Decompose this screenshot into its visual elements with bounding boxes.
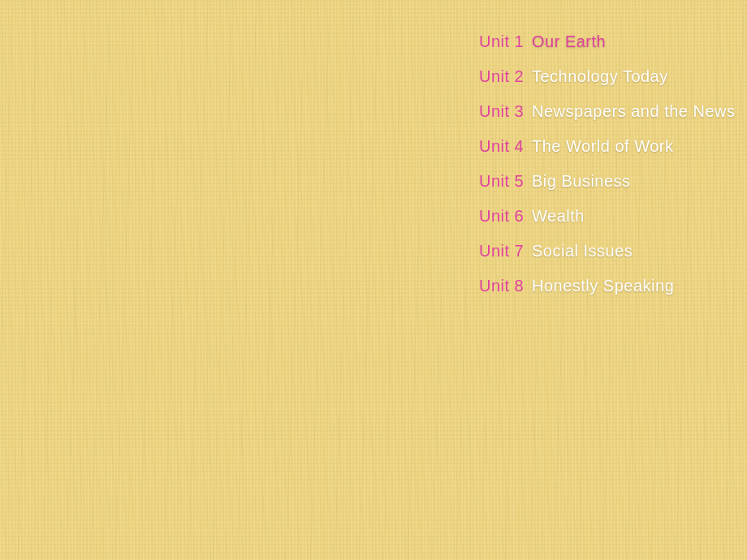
unit-title-6: Wealth: [532, 207, 585, 226]
unit-title-7: Social Issues: [532, 242, 633, 261]
unit-item-3[interactable]: Unit 3Newspapers and the News: [479, 94, 736, 129]
unit-title-5: Big Business: [532, 172, 631, 191]
unit-item-4[interactable]: Unit 4The World of Work: [479, 129, 736, 164]
unit-item-7[interactable]: Unit 7Social Issues: [479, 234, 736, 269]
unit-title-4: The World of Work: [532, 137, 673, 156]
unit-number-3: Unit 3: [479, 102, 532, 121]
unit-item-6[interactable]: Unit 6Wealth: [479, 199, 736, 234]
unit-title-3: Newspapers and the News: [532, 102, 736, 121]
unit-item-2[interactable]: Unit 2Technology Today: [479, 59, 736, 94]
unit-title-1: Our Earth: [532, 32, 606, 51]
unit-item-5[interactable]: Unit 5Big Business: [479, 164, 736, 199]
unit-number-6: Unit 6: [479, 207, 532, 226]
unit-number-1: Unit 1: [479, 32, 532, 51]
unit-number-5: Unit 5: [479, 172, 532, 191]
unit-item-8[interactable]: Unit 8Honestly Speaking: [479, 269, 736, 304]
unit-title-8: Honestly Speaking: [532, 277, 674, 295]
unit-number-8: Unit 8: [479, 277, 532, 295]
page-background: Unit 1Our EarthUnit 2Technology TodayUni…: [0, 0, 747, 560]
unit-number-4: Unit 4: [479, 137, 532, 156]
unit-number-7: Unit 7: [479, 242, 532, 261]
unit-item-1[interactable]: Unit 1Our Earth: [479, 24, 736, 59]
units-list: Unit 1Our EarthUnit 2Technology TodayUni…: [479, 24, 736, 304]
unit-number-2: Unit 2: [479, 67, 532, 86]
unit-title-2: Technology Today: [532, 67, 668, 86]
